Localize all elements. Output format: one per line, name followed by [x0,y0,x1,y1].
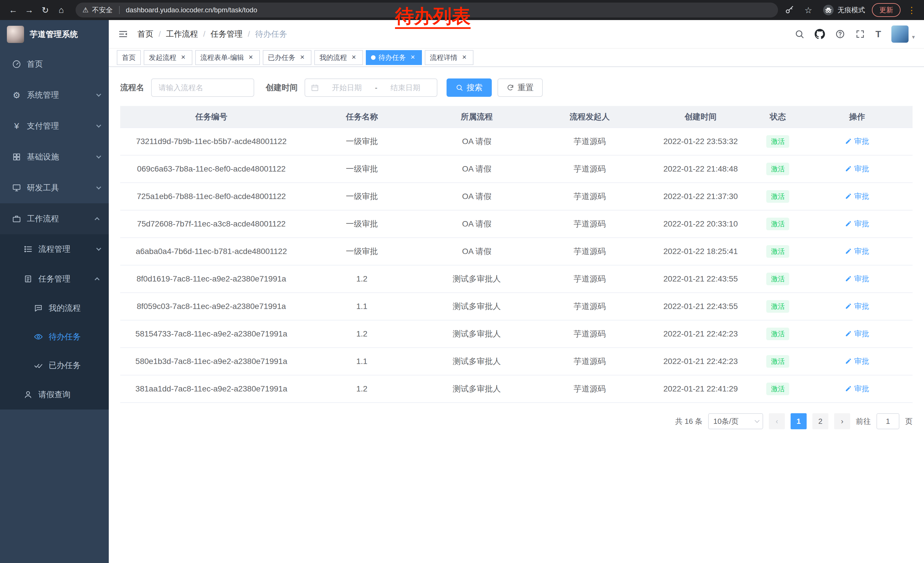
close-icon[interactable]: × [298,54,306,62]
cell-created: 2022-01-21 22:41:29 [647,375,754,402]
sidebar-item-my-process[interactable]: 我的流程 [0,294,109,323]
gear-icon: ⚙ [12,90,22,100]
monitor-icon [12,183,22,192]
sidebar-item-label: 我的流程 [49,303,81,314]
sidebar-item-done-tasks[interactable]: 已办任务 [0,351,109,380]
avatar[interactable] [891,26,909,43]
date-range-picker[interactable]: 开始日期 - 结束日期 [304,78,437,97]
chevron-up-icon [95,217,100,222]
table-row: 381aa1dd-7ac8-11ec-a9e2-a2380e71991a 1.2… [120,375,912,402]
reload-icon[interactable]: ↻ [38,3,52,18]
page-size-value: 10条/页 [713,416,738,426]
close-icon[interactable]: × [350,54,358,62]
sidebar-item-process-management[interactable]: 流程管理 [0,234,109,264]
close-icon[interactable]: × [247,54,255,62]
cell-initiator: 芋道源码 [532,348,647,375]
github-icon[interactable] [814,29,825,39]
cell-status: 激活 [754,265,801,293]
home-icon[interactable]: ⌂ [54,3,69,18]
cell-status: 激活 [754,183,801,210]
sidebar-item-leave-query[interactable]: 请假查询 [0,380,109,410]
sidebar-item-task-management[interactable]: 任务管理 [0,264,109,294]
tab-start-process[interactable]: 发起流程 × [144,50,192,65]
tab-process-detail[interactable]: 流程详情 × [425,50,474,65]
process-name-label: 流程名 [120,82,144,93]
column-header: 任务编号 [120,106,303,128]
back-icon[interactable]: ← [6,3,21,18]
next-page-button[interactable]: › [834,413,850,429]
breadcrumb-separator: / [159,30,161,39]
forward-icon[interactable]: → [22,3,37,18]
sidebar-item-system[interactable]: ⚙ 系统管理 [0,80,109,111]
caret-down-icon[interactable]: ▾ [912,33,915,41]
approve-link[interactable]: 审批 [845,246,869,256]
breadcrumb-item[interactable]: 首页 [137,29,153,39]
cell-task-id: 725a1eb6-7b88-11ec-8ef0-acde48001122 [120,183,303,210]
update-button[interactable]: 更新 [872,3,900,17]
browser-menu-icon[interactable]: ⋮ [908,5,916,15]
calendar-icon [311,84,319,92]
edit-icon [845,275,852,282]
sidebar-item-infrastructure[interactable]: 基础设施 [0,141,109,173]
process-name-input[interactable] [159,83,247,92]
breadcrumb-item[interactable]: 工作流程 [166,29,198,39]
yen-icon: ¥ [12,121,22,131]
edit-icon [845,330,852,337]
goto-label: 前往 [856,416,871,426]
clipboard-icon [23,274,33,284]
help-icon[interactable] [835,29,845,39]
close-icon[interactable]: × [409,54,417,62]
page-size-select[interactable]: 10条/页 [708,413,763,429]
cell-task-id: a6aba0a4-7b6d-11ec-b781-acde48001122 [120,238,303,265]
tab-todo-tasks[interactable]: 待办任务 × [366,50,422,65]
column-header: 所属流程 [422,106,532,128]
close-icon[interactable]: × [179,54,187,62]
page-button-2[interactable]: 2 [812,413,828,429]
table-row: 069c6a63-7b8a-11ec-8ef0-acde48001122 一级审… [120,155,912,183]
active-tab-dot [371,55,375,60]
tab-my-process[interactable]: 我的流程 × [314,50,363,65]
reset-button[interactable]: 重置 [498,78,543,97]
next-page-icon: › [841,417,844,426]
approve-link[interactable]: 审批 [845,356,869,366]
breadcrumb-item[interactable]: 任务管理 [211,29,243,39]
bookmark-star-icon[interactable]: ☆ [801,3,816,18]
approve-link[interactable]: 审批 [845,164,869,174]
approve-link[interactable]: 审批 [845,136,869,146]
security-label[interactable]: 不安全 [92,6,113,15]
cell-task-name: 1.1 [303,293,422,320]
sidebar-item-todo-tasks[interactable]: 待办任务 [0,323,109,351]
search-icon[interactable] [795,29,804,39]
status-badge: 激活 [766,218,789,230]
approve-link[interactable]: 审批 [845,329,869,339]
search-button[interactable]: 搜索 [447,78,492,97]
table-row: 580e1b3d-7ac8-11ec-a9e2-a2380e71991a 1.1… [120,348,912,375]
prev-page-button[interactable]: ‹ [769,413,785,429]
tab-done-tasks[interactable]: 已办任务 × [263,50,311,65]
sidebar-collapse-icon[interactable] [118,29,128,39]
cell-status: 激活 [754,210,801,238]
approve-link[interactable]: 审批 [845,384,869,394]
sidebar-item-devtools[interactable]: 研发工具 [0,173,109,203]
sidebar-item-home[interactable]: 首页 [0,49,109,80]
approve-link[interactable]: 审批 [845,301,869,311]
cell-task-id: 8f0d1619-7ac8-11ec-a9e2-a2380e71991a [120,265,303,293]
font-size-icon[interactable]: T [875,29,881,39]
fullscreen-icon[interactable] [855,29,865,39]
sidebar-menu: 首页 ⚙ 系统管理 ¥ 支付管理 基础设施 [0,49,109,410]
key-icon[interactable] [785,6,794,15]
edit-icon [845,193,852,200]
tab-form-edit[interactable]: 流程表单-编辑 × [195,50,260,65]
page-button-1[interactable]: 1 [790,413,807,429]
sidebar-submenu-workflow: 流程管理 任务管理 我的流程 待办任务 [0,234,109,410]
approve-link[interactable]: 审批 [845,219,869,229]
approve-link[interactable]: 审批 [845,274,869,284]
sidebar-item-payment[interactable]: ¥ 支付管理 [0,111,109,141]
tab-label: 我的流程 [320,53,347,62]
approve-link[interactable]: 审批 [845,191,869,201]
sidebar-item-workflow[interactable]: 工作流程 [0,203,109,234]
tab-home[interactable]: 首页 [117,50,141,65]
url-text[interactable]: dashboard.yudao.iocoder.cn/bpm/task/todo [126,6,257,14]
close-icon[interactable]: × [460,54,468,62]
goto-page-input[interactable] [876,413,899,429]
